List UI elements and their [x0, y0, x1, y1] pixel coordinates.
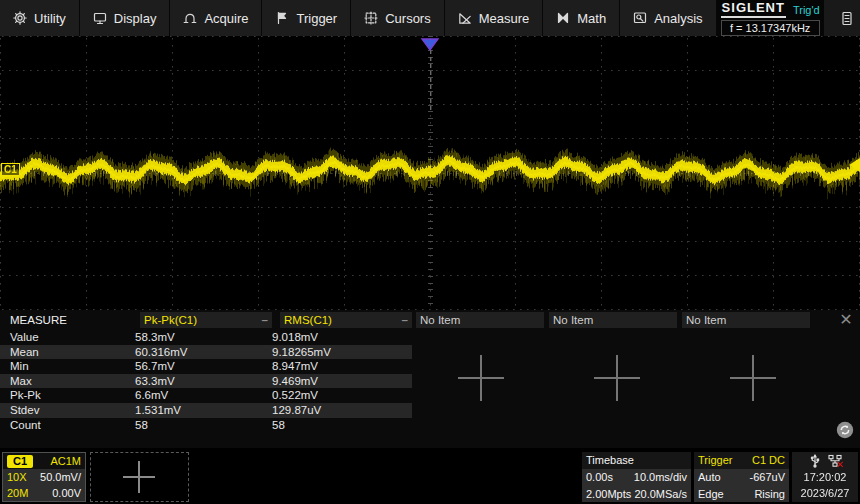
channel-position-marker[interactable]: C1 [1, 163, 20, 176]
table-row: Pk-Pk6.6mV0.522mV [0, 388, 412, 403]
menu-display[interactable]: Display [80, 0, 171, 36]
timebase-box[interactable]: Timebase 0.00s 10.0ms/div 2.00Mpts 20.0M… [582, 452, 691, 502]
math-icon [556, 11, 570, 25]
menu-acquire[interactable]: Acquire [170, 0, 262, 36]
remove-measurement-icon[interactable]: – [262, 314, 268, 326]
analysis-icon [633, 11, 647, 25]
table-row: Count5858 [0, 418, 412, 433]
menu-cursors[interactable]: Cursors [351, 0, 445, 36]
table-row: Mean60.316mV9.18265mV [0, 345, 412, 360]
trigger-position-marker[interactable] [421, 38, 439, 51]
menu-utility[interactable]: Utility [0, 0, 80, 36]
datetime-box[interactable]: ✕ 17:20:02 2023/6/27 [792, 452, 858, 502]
measure-column-empty-3[interactable]: No Item [682, 312, 810, 328]
bottom-status-bar: C1 AC1M 10X 50.0mV/ 20M 0.00V Timebase 0… [0, 452, 860, 502]
measure-column-empty-1[interactable]: No Item [416, 312, 544, 328]
channel-attenuation: 10X [7, 471, 27, 483]
menu-math[interactable]: Math [543, 0, 620, 36]
menu-trigger-label: Trigger [296, 11, 337, 26]
trigger-level: -667uV [750, 471, 785, 483]
clock-date: 2023/6/27 [801, 485, 850, 501]
cursors-icon [364, 11, 378, 25]
menu-math-label: Math [577, 11, 606, 26]
measure-column-empty-2[interactable]: No Item [549, 312, 677, 328]
table-row: Min56.7mV8.947mV [0, 359, 412, 374]
channel-bandwidth: 20M [7, 487, 28, 499]
trigger-status-badge: Trig'd [793, 4, 820, 18]
timebase-samplerate: 20.0MSa/s [634, 488, 687, 500]
menu-analysis-label: Analysis [654, 11, 702, 26]
measure-panel: MEASURE Pk-Pk(C1) – RMS(C1) – No Item No… [0, 310, 860, 448]
top-menu-bar: Utility Display Acquire Trigger Cursors … [0, 0, 860, 36]
timebase-memory: 2.00Mpts [586, 488, 631, 500]
menu-acquire-label: Acquire [204, 11, 248, 26]
measure-column-pkpk[interactable]: Pk-Pk(C1) – [140, 312, 272, 328]
flag-icon [275, 11, 289, 25]
waveform-display-area[interactable]: C1 [0, 36, 860, 310]
lan-disconnected-icon: ✕ [836, 460, 844, 470]
add-measurement-icon[interactable] [458, 355, 504, 401]
channel-descriptor-box[interactable]: C1 AC1M 10X 50.0mV/ 20M 0.00V [2, 452, 86, 502]
menu-display-label: Display [114, 11, 157, 26]
remove-measurement-icon[interactable]: – [402, 314, 408, 326]
channel-name-tab: C1 [7, 455, 33, 468]
menu-measure[interactable]: Measure [445, 0, 544, 36]
waveform-canvas [0, 36, 860, 310]
acquire-icon [183, 11, 197, 25]
trigger-type: Edge [698, 488, 724, 500]
menu-measure-label: Measure [479, 11, 530, 26]
channel-indicator-block[interactable]: C1 [824, 0, 860, 36]
add-measurement-icon[interactable] [594, 355, 640, 401]
table-row: Value58.3mV9.018mV [0, 330, 412, 345]
measure-title: MEASURE [10, 312, 67, 328]
menu-cursors-label: Cursors [385, 11, 431, 26]
measure-header-row: MEASURE Pk-Pk(C1) – RMS(C1) – No Item No… [0, 312, 860, 328]
channel-list-icon [840, 11, 854, 26]
add-measurement-icon[interactable] [730, 355, 776, 401]
table-row: Max63.3mV9.469mV [0, 374, 412, 389]
ruler-icon [458, 11, 472, 25]
trigger-box[interactable]: Trigger C1 DC Auto -667uV Edge Rising [694, 452, 789, 502]
timebase-scale: 10.0ms/div [634, 471, 687, 483]
channel-scale: 50.0mV/ [40, 471, 81, 483]
timebase-delay: 0.00s [586, 471, 613, 483]
trigger-mode: Auto [698, 471, 721, 483]
oscilloscope-screen: Utility Display Acquire Trigger Cursors … [0, 0, 860, 504]
measure-statistics-table: Value58.3mV9.018mV Mean60.316mV9.18265mV… [0, 330, 412, 432]
trigger-source: C1 DC [752, 454, 785, 466]
menu-analysis[interactable]: Analysis [620, 0, 716, 36]
trigger-level-marker[interactable] [849, 158, 860, 172]
trigger-slope: Rising [754, 488, 785, 500]
reset-statistics-icon[interactable] [836, 421, 854, 441]
menu-trigger[interactable]: Trigger [262, 0, 351, 36]
siglent-logo: SIGLENT [721, 0, 786, 18]
table-row: Stdev1.531mV129.87uV [0, 403, 412, 418]
timebase-title: Timebase [586, 454, 634, 466]
measure-column-rms[interactable]: RMS(C1) – [280, 312, 412, 328]
close-icon[interactable]: ✕ [836, 312, 856, 328]
add-channel-button[interactable] [90, 452, 189, 502]
trigger-title: Trigger [698, 454, 732, 466]
display-icon [93, 11, 107, 25]
clock-time: 17:20:02 [804, 469, 847, 485]
channel-offset: 0.00V [52, 487, 81, 499]
trigger-frequency-readout: f = 13.17347kHz [721, 20, 820, 36]
menu-utility-label: Utility [34, 11, 66, 26]
brand-trigger-block: SIGLENT Trig'd f = 13.17347kHz [717, 0, 824, 36]
channel-coupling: AC1M [50, 455, 81, 467]
usb-icon [809, 454, 821, 468]
gear-icon [13, 11, 27, 25]
